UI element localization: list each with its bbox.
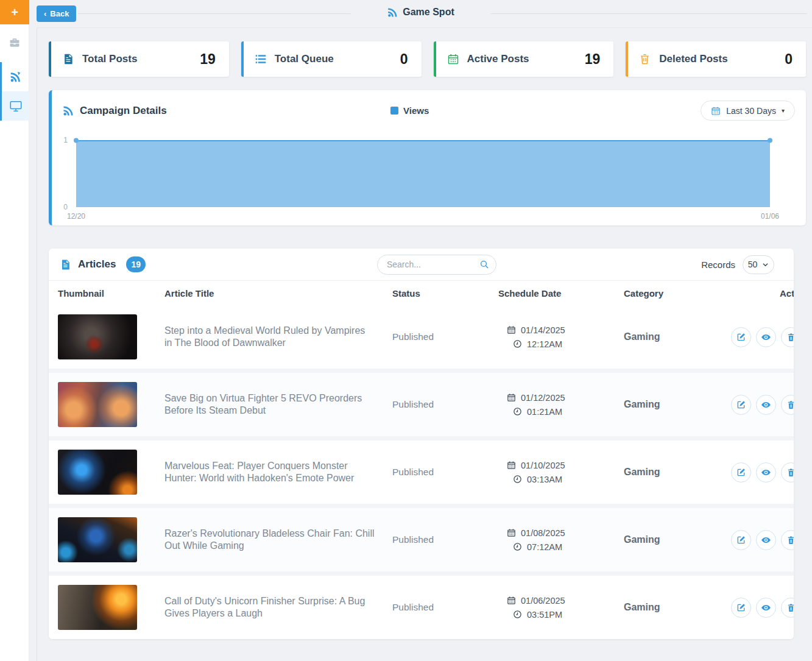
- thumbnail-cell: [58, 585, 164, 630]
- column-header-article-title: Article Title: [164, 288, 392, 299]
- article-status: Published: [392, 467, 498, 478]
- article-category: Gaming: [624, 331, 731, 342]
- topbar: ‹ Back Game Spot: [29, 0, 812, 27]
- delete-button[interactable]: [781, 395, 794, 415]
- view-button[interactable]: [756, 598, 776, 618]
- stat-card-total-queue: Total Queue 0: [241, 41, 422, 77]
- article-status: Published: [392, 602, 498, 613]
- delete-button[interactable]: [781, 462, 794, 482]
- delete-button[interactable]: [781, 530, 794, 550]
- articles-panel: Articles 19 Records 50: [49, 249, 794, 639]
- records-value: 50: [748, 260, 758, 269]
- page-title: Game Spot: [350, 7, 490, 18]
- page-title-text: Game Spot: [403, 7, 454, 18]
- schedule-time-value: 01:21AM: [527, 407, 562, 417]
- chart-point-start: [74, 138, 79, 143]
- stat-card-active-posts: Active Posts 19: [434, 41, 614, 77]
- row-actions: [731, 530, 794, 550]
- pencil-square-icon: [736, 467, 746, 477]
- edit-button[interactable]: [731, 327, 751, 347]
- pencil-square-icon: [736, 400, 746, 409]
- article-title[interactable]: Save Big on Virtua Fighter 5 REVO Preord…: [164, 392, 392, 417]
- article-thumbnail[interactable]: [58, 382, 137, 427]
- column-header-schedule-date: Schedule Date: [498, 288, 624, 299]
- article-status: Published: [392, 331, 498, 342]
- calendar-icon: [507, 325, 516, 334]
- stat-label: Deleted Posts: [659, 53, 785, 65]
- view-button[interactable]: [756, 327, 776, 347]
- thumbnail-cell: [58, 450, 164, 495]
- x-axis-tick-end: 01/06: [761, 212, 779, 221]
- calendar-icon: [507, 461, 516, 470]
- articles-title: Articles 19: [60, 256, 146, 272]
- view-button[interactable]: [756, 530, 776, 550]
- eye-icon: [761, 535, 771, 545]
- stat-value: 19: [200, 51, 216, 68]
- campaign-panel: Campaign Details Views Last 30 Days ▾: [49, 90, 806, 225]
- column-header-thumbnail: Thumbnail: [58, 288, 164, 299]
- sidebar-item-rss[interactable]: [2, 62, 29, 91]
- back-button[interactable]: ‹ Back: [37, 5, 76, 22]
- trash-icon: [786, 536, 794, 545]
- pencil-square-icon: [736, 535, 746, 545]
- edit-button[interactable]: [731, 395, 751, 415]
- thumbnail-cell: [58, 517, 164, 562]
- calendar-icon: [711, 106, 721, 116]
- table-row: Call of Duty's Unicorn Finisher Surprise…: [49, 571, 794, 639]
- schedule-date-value: 01/06/2025: [521, 596, 565, 606]
- table-row: Razer's Revolutionary Bladeless Chair Fa…: [49, 504, 794, 571]
- article-category: Gaming: [624, 534, 731, 545]
- row-actions: [731, 327, 794, 347]
- article-thumbnail[interactable]: [58, 314, 137, 359]
- article-title[interactable]: Razer's Revolutionary Bladeless Chair Fa…: [164, 528, 392, 552]
- edit-button[interactable]: [731, 462, 751, 482]
- stat-label: Active Posts: [467, 53, 585, 65]
- campaign-header: Campaign Details Views Last 30 Days ▾: [63, 101, 795, 121]
- article-title[interactable]: Step into a Medieval World Ruled by Vamp…: [164, 325, 392, 349]
- view-button[interactable]: [756, 395, 776, 415]
- row-actions: [731, 395, 794, 415]
- article-title[interactable]: Call of Duty's Unicorn Finisher Surprise…: [164, 595, 392, 620]
- schedule-date-value: 01/10/2025: [521, 461, 565, 470]
- column-header-status: Status: [392, 288, 498, 299]
- view-button[interactable]: [756, 462, 776, 482]
- stat-cards: Total Posts 19 Total Queue 0 Active Post…: [49, 41, 806, 77]
- delete-button[interactable]: [781, 327, 794, 347]
- delete-button[interactable]: [781, 598, 794, 618]
- sidebar: +: [0, 0, 29, 661]
- list-icon: [255, 53, 267, 65]
- edit-button[interactable]: [731, 598, 751, 618]
- schedule-time-value: 03:13AM: [527, 475, 562, 484]
- calendar-icon: [507, 528, 516, 537]
- article-thumbnail[interactable]: [58, 585, 137, 630]
- date-range-label: Last 30 Days: [726, 106, 776, 116]
- article-thumbnail[interactable]: [58, 517, 137, 562]
- clock-icon: [513, 339, 522, 348]
- row-actions: [731, 462, 794, 482]
- chart-legend: Views: [390, 105, 429, 116]
- views-area-chart: 1 0 12/20 01/06: [76, 140, 770, 207]
- add-button[interactable]: +: [0, 0, 29, 24]
- back-button-label: Back: [50, 9, 69, 18]
- edit-button[interactable]: [731, 530, 751, 550]
- article-thumbnail[interactable]: [58, 450, 137, 495]
- calendar-icon: [507, 393, 516, 402]
- article-title[interactable]: Marvelous Feat: Player Conquers Monster …: [164, 460, 392, 484]
- articles-table-header: Thumbnail Article Title Status Schedule …: [49, 281, 794, 305]
- date-range-dropdown[interactable]: Last 30 Days ▾: [701, 101, 795, 121]
- column-header-category: Category: [624, 288, 731, 299]
- sidebar-item-briefcase[interactable]: [0, 28, 29, 57]
- sidebar-item-monitor[interactable]: [2, 91, 29, 121]
- schedule-date-value: 01/08/2025: [521, 528, 565, 538]
- y-axis-tick-max: 1: [63, 136, 68, 144]
- article-status: Published: [392, 399, 498, 410]
- briefcase-icon: [9, 37, 21, 49]
- search-input[interactable]: [377, 255, 496, 275]
- articles-count-badge: 19: [126, 256, 146, 272]
- file-text-icon: [62, 53, 74, 65]
- trash-icon: [639, 53, 651, 65]
- eye-icon: [761, 467, 771, 478]
- stat-value: 0: [785, 51, 793, 68]
- records-select[interactable]: 50: [743, 255, 774, 274]
- eye-icon: [761, 603, 771, 613]
